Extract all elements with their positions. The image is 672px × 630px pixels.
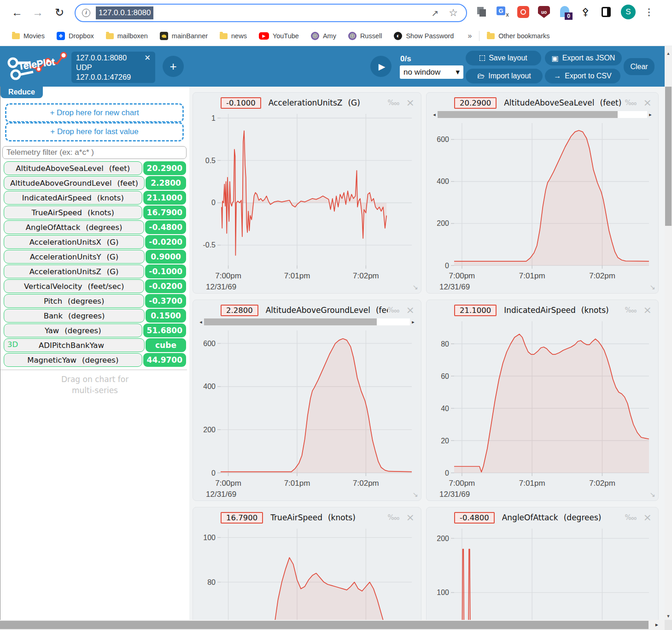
- telemetry-value-badge[interactable]: cube: [146, 338, 186, 352]
- drop-new-chart-zone[interactable]: + Drop here for new chart: [5, 103, 184, 123]
- chart-scrollbar-track[interactable]: [438, 111, 647, 118]
- tab-groups-icon[interactable]: [476, 6, 488, 18]
- chart-scrollbar[interactable]: ◄ ►: [198, 318, 416, 326]
- chart-plot[interactable]: 01002007:00pm7:01pm7:02pm12/31/69: [430, 525, 654, 630]
- telemetry-value-badge[interactable]: 0.9000: [146, 250, 186, 264]
- extensions-puzzle-icon[interactable]: ⚴: [579, 6, 591, 18]
- stats-permille-icon[interactable]: ‱: [388, 99, 400, 107]
- chart-plot[interactable]: 10.50-0.57:00pm7:01pm7:02pm12/31/69: [197, 110, 417, 291]
- telemetry-label[interactable]: AccelerationUnitsX(G): [4, 235, 144, 249]
- scroll-up-icon[interactable]: ▲: [665, 50, 672, 57]
- telemetry-row[interactable]: AngleOfAttack(degrees) -0.4800: [4, 220, 186, 234]
- telemetry-row[interactable]: 3D ADIPitchBankYaw cube: [4, 338, 186, 352]
- telemetry-label[interactable]: TrueAirSpeed(knots): [4, 206, 142, 219]
- telemetry-row[interactable]: Bank(degrees) 0.1500: [4, 309, 186, 323]
- telemetry-row[interactable]: Yaw(degrees) 51.6800: [4, 324, 186, 337]
- stats-permille-icon[interactable]: ‱: [625, 513, 637, 522]
- chart-plot[interactable]: 0204060807:00pm7:01pm7:02pm12/31/69: [430, 318, 654, 499]
- telemetry-row[interactable]: AccelerationUnitsZ(G) -0.1000: [4, 265, 186, 278]
- stats-permille-icon[interactable]: ‱: [625, 306, 637, 314]
- telemetry-value-badge[interactable]: -0.0200: [145, 235, 186, 249]
- telemetry-value-badge[interactable]: 2.2800: [146, 176, 186, 190]
- chart-scrollbar-thumb[interactable]: [204, 318, 377, 325]
- telemetry-value-badge[interactable]: 20.2900: [143, 161, 186, 175]
- reduce-tab[interactable]: Reduce: [0, 87, 43, 98]
- bookmark-news[interactable]: news: [220, 32, 247, 40]
- chart-scroll-left-icon[interactable]: ◄: [198, 320, 204, 324]
- telemetry-value-badge[interactable]: -0.0200: [145, 279, 186, 293]
- telemetry-row[interactable]: AltitudeAboveGroundLevel(feet) 2.2800: [4, 176, 186, 190]
- chart-close-icon[interactable]: ×: [643, 513, 652, 522]
- bookmark-dropbox[interactable]: ❖Dropbox: [57, 32, 94, 40]
- chart-scroll-left-icon[interactable]: ◄: [431, 112, 438, 117]
- chart-close-icon[interactable]: ×: [643, 98, 652, 107]
- telemetry-label[interactable]: VerticalVelocity(feet/sec): [4, 279, 144, 293]
- chart-plot[interactable]: 02004006007:00pm7:01pm7:02pm12/31/69: [430, 119, 654, 291]
- telemetry-label[interactable]: Bank(degrees): [4, 309, 145, 323]
- bookmark-mainbanner[interactable]: mainBanner: [160, 32, 208, 40]
- telemetry-label[interactable]: AccelerationUnitsZ(G): [4, 265, 144, 278]
- address-bar[interactable]: i 127.0.0.1:8080 ↗ ☆: [75, 4, 467, 22]
- telemetry-label[interactable]: AngleOfAttack(degrees): [4, 220, 144, 234]
- clear-button[interactable]: Clear: [624, 58, 654, 75]
- telemetry-label[interactable]: IndicatedAirSpeed(knots): [4, 191, 142, 205]
- other-bookmarks[interactable]: Other bookmarks: [487, 32, 549, 40]
- telemetry-row[interactable]: IndicatedAirSpeed(knots) 21.1000: [4, 191, 186, 205]
- chart-plot[interactable]: 4060801007:00pm7:01pm7:02pm12/31/69: [197, 525, 417, 630]
- horizontal-scrollbar[interactable]: ►: [0, 620, 665, 630]
- export-csv-button[interactable]: →Export to CSV: [545, 69, 620, 83]
- ghostery-extension-icon[interactable]: 0: [559, 6, 571, 18]
- stats-permille-icon[interactable]: ‱: [388, 306, 400, 314]
- telemetry-value-badge[interactable]: 51.6800: [143, 324, 186, 337]
- chart-plot[interactable]: 02004006007:00pm7:01pm7:02pm12/31/69: [197, 327, 417, 499]
- horizontal-scrollbar-thumb[interactable]: [0, 621, 649, 629]
- forward-icon[interactable]: →: [30, 5, 46, 20]
- telemetry-row[interactable]: TrueAirSpeed(knots) 16.7900: [4, 206, 186, 219]
- bookmark-mailboxen[interactable]: mailboxen: [106, 32, 148, 40]
- drop-last-value-zone[interactable]: + Drop here for last value: [5, 122, 184, 141]
- telemetry-row[interactable]: AccelerationUnitsX(G) -0.0200: [4, 235, 186, 249]
- chart-close-icon[interactable]: ×: [406, 306, 415, 315]
- share-icon[interactable]: ↗: [431, 8, 438, 18]
- reload-icon[interactable]: ↻: [52, 5, 67, 20]
- telemetry-label[interactable]: ADIPitchBankYaw: [4, 338, 145, 352]
- window-select[interactable]: no window▾: [400, 65, 463, 79]
- stats-permille-icon[interactable]: ‱: [625, 99, 637, 107]
- chart-close-icon[interactable]: ×: [643, 306, 652, 315]
- export-json-button[interactable]: ▣Export as JSON: [545, 51, 622, 65]
- bookmark-russell[interactable]: ⊕Russell: [348, 32, 382, 40]
- vertical-scrollbar[interactable]: ▲ ▼: [665, 46, 672, 620]
- chart-scrollbar-track[interactable]: [204, 318, 410, 325]
- chart-scrollbar[interactable]: ◄ ►: [431, 111, 654, 118]
- page-info-icon[interactable]: i: [82, 9, 90, 17]
- scroll-right-icon[interactable]: ►: [654, 620, 662, 630]
- bookmarks-overflow-icon[interactable]: »: [467, 32, 472, 40]
- telemetry-label[interactable]: Pitch(degrees): [4, 294, 144, 308]
- chart-resize-handle[interactable]: ↘: [649, 283, 655, 291]
- telemetry-value-badge[interactable]: 21.1000: [143, 191, 186, 205]
- bookmark-amy[interactable]: ⊕Amy: [311, 32, 336, 40]
- bookmark-movies[interactable]: Movies: [12, 32, 45, 40]
- connection-close-icon[interactable]: ✕: [144, 53, 151, 63]
- chart-scroll-right-icon[interactable]: ►: [647, 112, 654, 117]
- telemetry-label[interactable]: AltitudeAboveGroundLevel(feet): [4, 176, 145, 190]
- play-button[interactable]: ▶: [370, 56, 392, 77]
- vertical-scrollbar-thumb[interactable]: [665, 87, 672, 226]
- bookmark-show-password[interactable]: ◐Show Password: [394, 32, 454, 40]
- telemetry-value-badge[interactable]: -0.1000: [145, 265, 186, 278]
- adblock-shield-icon[interactable]: uo: [538, 6, 550, 18]
- telemetry-row[interactable]: AltitudeAboveSeaLevel(feet) 20.2900: [4, 161, 186, 175]
- telemetry-label[interactable]: AltitudeAboveSeaLevel(feet): [4, 161, 142, 175]
- telemetry-value-badge[interactable]: -0.3700: [145, 294, 186, 308]
- translate-extension-icon[interactable]: Gx: [497, 6, 508, 18]
- telemetry-label[interactable]: Yaw(degrees): [4, 324, 142, 337]
- telemetry-label[interactable]: AccelerationUnitsY(G): [4, 250, 145, 264]
- chart-close-icon[interactable]: ×: [406, 98, 415, 107]
- pocket-extension-icon[interactable]: [517, 6, 529, 18]
- chart-resize-handle[interactable]: ↘: [412, 283, 418, 291]
- chart-close-icon[interactable]: ×: [406, 513, 415, 522]
- telemetry-row[interactable]: AccelerationUnitsY(G) 0.9000: [4, 250, 186, 264]
- add-connection-button[interactable]: +: [163, 56, 184, 77]
- telemetry-value-badge[interactable]: 16.7900: [143, 206, 186, 219]
- connection-tab[interactable]: 127.0.0.1:8080✕ UDP 127.0.0.1:47269: [71, 52, 155, 83]
